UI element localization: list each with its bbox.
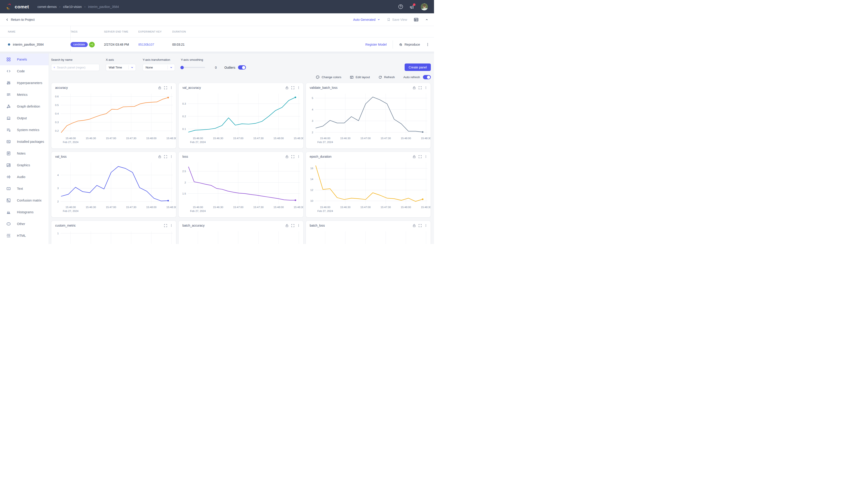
line-chart: 15:46:00Feb 27, 202415:46:3015:47:0015:4… [306, 229, 431, 244]
save-view-button[interactable]: Save View [387, 18, 407, 22]
lock-icon[interactable] [285, 224, 289, 227]
notes-icon [6, 151, 11, 156]
outliers-toggle[interactable] [238, 65, 246, 70]
edit-layout-button[interactable]: Edit layout [350, 75, 370, 79]
announcements-icon[interactable] [409, 4, 414, 9]
experiment-name[interactable]: interim_pavilion_3584 [13, 43, 43, 46]
fullscreen-icon[interactable] [291, 155, 294, 158]
svg-text:Feb 27, 2024: Feb 27, 2024 [317, 140, 333, 143]
refresh-button[interactable]: Refresh [378, 75, 395, 79]
chart-toolbar: Change colors Edit layout Refresh Auto r… [51, 75, 431, 79]
reproduce-button[interactable]: Reproduce [399, 43, 420, 46]
svg-text:4: 4 [57, 173, 59, 176]
sidebar-item-audio[interactable]: Audio [0, 171, 49, 183]
help-icon[interactable] [398, 4, 403, 9]
slider-thumb[interactable] [180, 66, 184, 69]
panel-card-val_accuracy: val_accuracy [178, 83, 304, 149]
panel-card-epoch_duration: epoch_duration [306, 152, 431, 218]
panel-menu-icon[interactable] [424, 155, 428, 158]
auto-refresh-toggle[interactable] [423, 75, 431, 79]
tag-candidate[interactable]: candidate [70, 42, 88, 47]
search-input[interactable] [57, 66, 97, 69]
panel-menu-icon[interactable] [424, 86, 428, 89]
lock-icon[interactable] [285, 155, 289, 158]
fullscreen-icon[interactable] [418, 224, 422, 227]
lock-icon[interactable] [158, 86, 161, 90]
svg-text:4: 4 [312, 108, 313, 111]
fullscreen-icon[interactable] [164, 224, 167, 227]
svg-text:Feb 27, 2024: Feb 27, 2024 [190, 209, 206, 213]
comet-logo[interactable]: comet [6, 3, 29, 10]
fullscreen-icon[interactable] [164, 155, 167, 158]
sidebar-item-notes[interactable]: Notes [0, 148, 49, 159]
fullscreen-icon[interactable] [418, 155, 422, 158]
row-menu-icon[interactable] [426, 43, 430, 46]
histograms-icon [6, 210, 11, 215]
sidebar-item-label: Text [17, 187, 23, 191]
panel-title: val_loss [55, 155, 67, 158]
sidebar-item-graph-definition[interactable]: Graph definition [0, 101, 49, 112]
table-view-icon[interactable] [414, 18, 418, 22]
sidebar-item-panels[interactable]: Panels [0, 54, 49, 65]
panel-menu-icon[interactable] [170, 224, 173, 227]
fullscreen-icon[interactable] [291, 86, 294, 90]
panel-menu-icon[interactable] [297, 155, 300, 158]
avatar[interactable] [421, 3, 428, 11]
ytrans-select[interactable]: None [143, 64, 175, 71]
other-icon [6, 222, 11, 226]
fullscreen-icon[interactable] [418, 86, 422, 90]
create-panel-button[interactable]: Create panel [405, 64, 431, 71]
view-toolbar: Return to Project Auto Generated Save Vi… [0, 13, 434, 26]
xaxis-select[interactable]: Wall Time [106, 64, 136, 71]
svg-text:15:48:30: 15:48:30 [421, 137, 431, 140]
sidebar-item-confusion-matrix[interactable]: Confusion matrix [0, 195, 49, 206]
panel-card-batch_accuracy: batch_accuracy [178, 221, 304, 244]
tag-more-count[interactable]: +1 [89, 42, 95, 47]
smoothing-label: Y-axis smoothing [181, 58, 246, 61]
palette-icon [316, 75, 320, 79]
collapse-header-icon[interactable] [425, 18, 428, 21]
svg-text:15:47:00: 15:47:00 [233, 205, 243, 208]
fullscreen-icon[interactable] [164, 86, 167, 90]
svg-text:0.4: 0.4 [55, 112, 59, 115]
lock-icon[interactable] [412, 224, 416, 227]
breadcrumb-item[interactable]: comet-demos [37, 5, 57, 8]
installed-packages-icon: Py [6, 139, 11, 144]
sidebar-item-other[interactable]: Other [0, 218, 49, 230]
sidebar-item-histograms[interactable]: Histograms [0, 206, 49, 218]
sidebar-item-hyperparameters[interactable]: Hyperparameters [0, 77, 49, 89]
sidebar-item-output[interactable]: Output [0, 112, 49, 124]
panel-menu-icon[interactable] [297, 224, 300, 227]
panel-menu-icon[interactable] [297, 86, 300, 89]
sidebar-item-system-metrics[interactable]: System metrics [0, 124, 49, 136]
sidebar-item-text[interactable]: Tt Text [0, 183, 49, 195]
panel-menu-icon[interactable] [170, 86, 173, 89]
lock-icon[interactable] [285, 86, 289, 90]
panel-menu-icon[interactable] [424, 224, 428, 227]
register-model-button[interactable]: Register Model [365, 43, 386, 46]
fullscreen-icon[interactable] [291, 224, 294, 227]
code-icon [6, 69, 11, 73]
panel-title: loss [182, 155, 188, 158]
return-to-project-link[interactable]: Return to Project [6, 18, 35, 22]
experiment-key-link[interactable]: 85130b107 [138, 43, 154, 46]
svg-text:3: 3 [57, 187, 59, 190]
change-colors-button[interactable]: Change colors [316, 75, 341, 79]
smoothing-slider[interactable] [181, 67, 205, 68]
save-view-label: Save View [392, 18, 407, 22]
sidebar-item-html[interactable]: HTML HTML [0, 230, 49, 241]
lock-icon[interactable] [412, 86, 416, 90]
lock-icon[interactable] [158, 155, 161, 158]
sidebar-item-label: HTML [17, 234, 26, 237]
breadcrumb-item[interactable]: interim_pavilion_3584 [88, 5, 119, 8]
sidebar-item-code[interactable]: Code [0, 65, 49, 77]
svg-text:0.3: 0.3 [182, 102, 186, 105]
sidebar-item-graphics[interactable]: Graphics [0, 159, 49, 171]
sidebar-item-metrics[interactable]: Metrics [0, 89, 49, 101]
panel-menu-icon[interactable] [170, 155, 173, 158]
sidebar-item-installed-packages[interactable]: Py Installed packages [0, 136, 49, 148]
svg-text:2: 2 [57, 200, 59, 203]
breadcrumb-item[interactable]: cifar10-vision [63, 5, 82, 8]
view-selector-dropdown[interactable]: Auto Generated [353, 18, 380, 22]
lock-icon[interactable] [412, 155, 416, 158]
